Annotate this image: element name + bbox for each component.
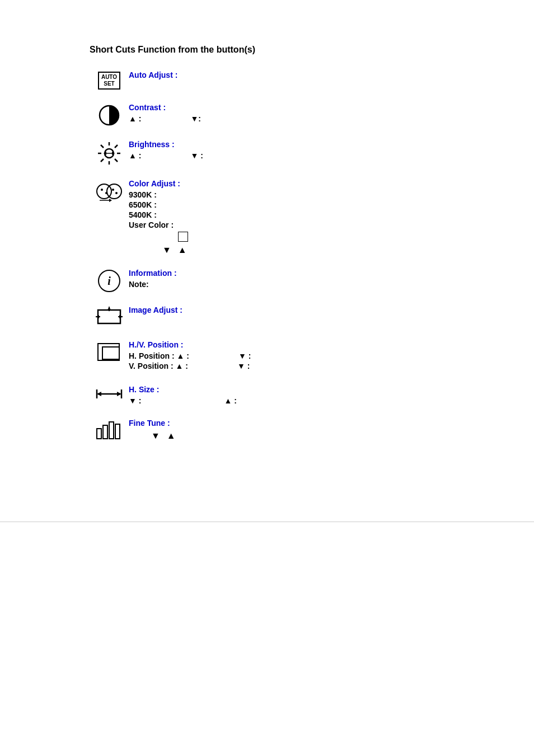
note-text: Note: [129,280,444,289]
color-down-triangle: ▼ [162,245,171,255]
svg-point-18 [115,192,118,194]
fine-tune-content: Fine Tune : ▼ ▲ [129,419,444,441]
svg-rect-29 [102,347,119,359]
color-9300k: 9300K : [129,190,444,199]
contrast-up: ▲ : [129,114,141,123]
svg-line-6 [101,145,104,148]
h-size-icon [96,386,123,402]
image-adjust-content: Image Adjust : [129,306,444,317]
fine-tune-down: ▼ [151,431,160,441]
auto-set-icon-col: AUTOSET [90,71,129,90]
color-triangle-controls: ▼ ▲ [129,245,444,255]
contrast-label: Contrast : [129,103,444,112]
color-options: 9300K : 6500K : 5400K : User Color : [129,190,444,229]
contrast-content: Contrast : ▲ : ▼: [129,103,444,123]
fine-tune-icon [96,420,123,440]
color-6500k: 6500K : [129,200,444,209]
image-adjust-label: Image Adjust : [129,306,444,314]
v-position-row: V. Position : ▲ : ▼ : [129,361,444,370]
info-icon: i [98,270,120,292]
page-divider [0,522,534,522]
contrast-down: ▼: [190,114,201,123]
fine-tune-icon-col [90,419,129,440]
h-size-icon-col [90,385,129,402]
image-adjust-item: Image Adjust : [90,306,444,327]
h-size-content: H. Size : ▼ : ▲ : [129,385,444,405]
hv-position-icon [97,341,121,364]
auto-adjust-label: Auto Adjust : [129,71,444,79]
hv-position-label: H./V. Position : [129,340,444,349]
hv-position-content: H./V. Position : H. Position : ▲ : ▼ : V… [129,340,444,372]
v-position-down: ▼ : [237,361,250,370]
hv-position-item: H./V. Position : H. Position : ▲ : ▼ : V… [90,340,444,372]
color-adjust-item: Color Adjust : 9300K : 6500K : 5400K : U… [90,179,444,255]
color-user-row [129,232,444,242]
information-item: i Information : Note: [90,269,444,292]
h-position-row: H. Position : ▲ : ▼ : [129,351,444,360]
h-size-up: ▲ : [224,396,236,405]
svg-rect-28 [98,344,119,360]
color-adjust-content: Color Adjust : 9300K : 6500K : 5400K : U… [129,179,444,255]
svg-rect-37 [109,422,114,439]
color-adjust-icon-col [90,179,129,203]
image-adjust-icon [96,307,123,327]
color-user: User Color : [129,220,444,229]
information-label: Information : [129,269,444,278]
svg-point-17 [112,189,114,191]
image-adjust-icon-col [90,306,129,327]
brightness-label: Brightness : [129,140,444,149]
brightness-item: Brightness : ▲ : ▼ : [90,140,444,166]
svg-rect-21 [98,310,120,323]
svg-line-8 [115,145,118,148]
information-icon-col: i [90,269,129,292]
color-adjust-icon [95,180,123,203]
brightness-up: ▲ : [129,151,141,160]
svg-line-7 [115,159,118,162]
h-size-item: H. Size : ▼ : ▲ : [90,385,444,405]
v-position-up: V. Position : ▲ : [129,361,188,370]
fine-tune-controls: ▼ ▲ [129,431,444,441]
svg-point-15 [101,189,103,191]
h-position-up: H. Position : ▲ : [129,351,189,360]
h-position-down: ▼ : [238,351,251,360]
contrast-controls: ▲ : ▼: [129,114,444,123]
brightness-down: ▼ : [190,151,203,160]
hv-position-icon-col [90,340,129,364]
svg-marker-20 [109,199,112,202]
svg-rect-36 [103,425,107,439]
h-size-controls: ▼ : ▲ : [129,396,444,405]
h-size-label: H. Size : [129,385,444,394]
auto-adjust-content: Auto Adjust : [129,71,444,82]
auto-adjust-item: AUTOSET Auto Adjust : [90,71,444,90]
svg-line-9 [101,159,104,162]
brightness-content: Brightness : ▲ : ▼ : [129,140,444,160]
contrast-icon [98,104,120,126]
section-title: Short Cuts Function from the button(s) [90,45,444,55]
color-swatch [178,232,188,242]
svg-marker-27 [107,307,111,310]
fine-tune-label: Fine Tune : [129,419,444,428]
svg-point-14 [107,184,121,199]
brightness-icon-col [90,140,129,166]
h-size-down: ▼ : [129,396,141,405]
hv-rows: H. Position : ▲ : ▼ : V. Position : ▲ : … [129,351,444,370]
contrast-item: Contrast : ▲ : ▼: [90,103,444,126]
contrast-icon-col [90,103,129,126]
svg-rect-35 [97,429,101,439]
page-container: Short Cuts Function from the button(s) A… [0,0,534,499]
svg-point-16 [105,192,107,194]
fine-tune-up: ▲ [167,431,176,441]
information-content: Information : Note: [129,269,444,289]
fine-tune-item: Fine Tune : ▼ ▲ [90,419,444,441]
auto-set-icon: AUTOSET [98,72,120,90]
brightness-icon [97,141,121,166]
color-up-triangle: ▲ [178,245,187,255]
svg-rect-38 [115,424,120,439]
color-5400k: 5400K : [129,210,444,219]
brightness-controls: ▲ : ▼ : [129,151,444,160]
color-adjust-label: Color Adjust : [129,179,444,188]
